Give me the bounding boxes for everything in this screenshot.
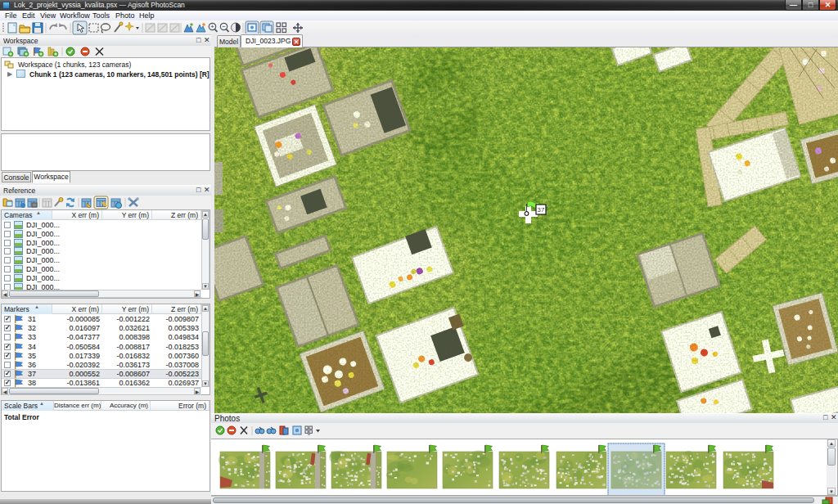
svg-text:−: − (222, 23, 226, 30)
svg-text:37: 37 (538, 206, 545, 214)
svg-text:+: + (210, 23, 214, 30)
